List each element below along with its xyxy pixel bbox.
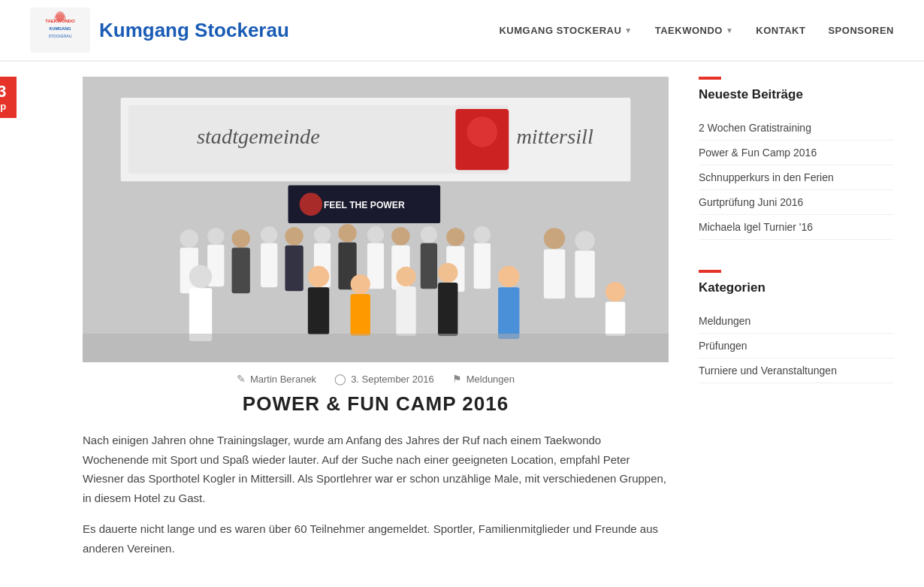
svg-point-39 bbox=[544, 228, 565, 249]
recent-post-link-4[interactable]: Gurtprüfung Juni 2016 bbox=[699, 196, 803, 208]
svg-point-49 bbox=[189, 265, 212, 288]
recent-post-link-5[interactable]: Michaela Igel Turnier '16 bbox=[699, 221, 813, 233]
svg-text:mittersill: mittersill bbox=[516, 125, 593, 148]
post-image-wrapper: stadtgemeinde mittersill FEEL THE POWER bbox=[83, 77, 669, 362]
svg-point-25 bbox=[314, 226, 331, 243]
svg-rect-50 bbox=[189, 288, 212, 341]
page-container: 03 Sep bbox=[0, 62, 924, 585]
category-link-2[interactable]: Prüfungen bbox=[699, 340, 747, 352]
site-logo: TAEKWONDO KUMGANG STOCKERAU bbox=[30, 8, 90, 53]
main-content: 03 Sep bbox=[30, 77, 669, 570]
svg-point-29 bbox=[367, 226, 384, 243]
post-category: ⚑ Meldungen bbox=[452, 373, 515, 385]
svg-text:FEEL THE POWER: FEEL THE POWER bbox=[324, 200, 405, 210]
svg-text:KUMGANG: KUMGANG bbox=[49, 26, 71, 31]
svg-rect-38 bbox=[474, 243, 491, 289]
post-content: Nach einigen Jahren ohne Trainingslager,… bbox=[83, 431, 669, 558]
svg-rect-54 bbox=[498, 287, 519, 339]
svg-rect-57 bbox=[83, 334, 669, 362]
post-title: POWER & FUN CAMP 2016 bbox=[83, 392, 669, 416]
sidebar-recent-heading: Neueste Beiträge bbox=[699, 87, 894, 102]
svg-rect-24 bbox=[285, 245, 303, 291]
svg-rect-40 bbox=[544, 250, 565, 299]
svg-point-27 bbox=[338, 224, 356, 242]
list-item: Gurtprüfung Juni 2016 bbox=[699, 190, 894, 215]
post-date: ◯ 3. September 2016 bbox=[334, 373, 434, 385]
nav-item-kumgang[interactable]: KUMGANG STOCKERAU ▼ bbox=[499, 25, 632, 36]
logo-area: TAEKWONDO KUMGANG STOCKERAU Kumgang Stoc… bbox=[30, 8, 289, 53]
sidebar-accent-categories bbox=[699, 270, 721, 273]
post-wrapper: 03 Sep bbox=[30, 77, 669, 570]
main-nav: KUMGANG STOCKERAU ▼ TAEKWONDO ▼ KONTAKT … bbox=[499, 25, 894, 36]
svg-point-31 bbox=[391, 227, 409, 245]
list-item: Prüfungen bbox=[699, 334, 894, 359]
list-item: Meldungen bbox=[699, 309, 894, 334]
sidebar-categories-heading: Kategorien bbox=[699, 280, 894, 295]
date-column: 03 Sep bbox=[30, 77, 83, 570]
svg-point-53 bbox=[498, 266, 519, 287]
sidebar-accent-recent bbox=[699, 77, 721, 80]
svg-point-17 bbox=[207, 228, 224, 244]
post-paragraph-2: Es dauerte nicht lange und es waren über… bbox=[83, 519, 669, 558]
date-badge: 03 Sep bbox=[0, 77, 17, 118]
svg-rect-46 bbox=[308, 287, 329, 334]
site-title[interactable]: Kumgang Stockerau bbox=[99, 19, 289, 42]
svg-point-43 bbox=[351, 274, 370, 294]
sidebar-recent-list: 2 Wochen Gratistraining Power & Fun Camp… bbox=[699, 116, 894, 240]
svg-text:stadtgemeinde: stadtgemeinde bbox=[197, 125, 320, 148]
svg-rect-48 bbox=[396, 286, 415, 336]
category-link-3[interactable]: Turniere und Veranstaltungen bbox=[699, 365, 837, 377]
svg-rect-20 bbox=[232, 247, 250, 293]
svg-rect-56 bbox=[438, 283, 457, 336]
sidebar: Neueste Beiträge 2 Wochen Gratistraining… bbox=[699, 77, 894, 570]
category-link-1[interactable]: Meldungen bbox=[699, 315, 750, 327]
svg-rect-42 bbox=[575, 251, 594, 298]
recent-post-link-1[interactable]: 2 Wochen Gratistraining bbox=[699, 122, 811, 134]
sidebar-categories: Kategorien Meldungen Prüfungen Turniere … bbox=[699, 270, 894, 383]
svg-point-37 bbox=[474, 226, 491, 243]
nav-item-kontakt[interactable]: KONTAKT bbox=[756, 25, 805, 36]
svg-point-55 bbox=[438, 263, 457, 283]
list-item: 2 Wochen Gratistraining bbox=[699, 116, 894, 141]
recent-post-link-2[interactable]: Power & Fun Camp 2016 bbox=[699, 147, 817, 159]
svg-point-41 bbox=[575, 231, 594, 250]
svg-rect-22 bbox=[261, 243, 277, 287]
svg-rect-34 bbox=[421, 243, 437, 289]
sidebar-recent-posts: Neueste Beiträge 2 Wochen Gratistraining… bbox=[699, 77, 894, 240]
svg-point-14 bbox=[300, 193, 322, 216]
list-item: Schnupperkurs in den Ferien bbox=[699, 165, 894, 190]
user-icon: ✎ bbox=[237, 373, 246, 385]
post-featured-image: stadtgemeinde mittersill FEEL THE POWER bbox=[83, 77, 669, 362]
svg-point-23 bbox=[285, 227, 303, 245]
chevron-down-icon: ▼ bbox=[726, 26, 733, 35]
nav-item-taekwondo[interactable]: TAEKWONDO ▼ bbox=[655, 25, 734, 36]
svg-rect-44 bbox=[351, 294, 370, 336]
post-meta: ✎ Martin Beranek ◯ 3. September 2016 ⚑ M… bbox=[83, 362, 669, 392]
svg-text:STOCKERAU: STOCKERAU bbox=[48, 34, 71, 38]
list-item: Power & Fun Camp 2016 bbox=[699, 141, 894, 165]
date-month: Sep bbox=[0, 101, 6, 112]
svg-point-15 bbox=[180, 229, 198, 247]
site-header: TAEKWONDO KUMGANG STOCKERAU Kumgang Stoc… bbox=[0, 0, 924, 61]
date-day: 03 bbox=[0, 83, 6, 101]
clock-icon: ◯ bbox=[334, 373, 346, 385]
svg-point-21 bbox=[261, 226, 277, 243]
bookmark-icon: ⚑ bbox=[452, 373, 462, 385]
svg-point-10 bbox=[467, 116, 498, 147]
svg-point-33 bbox=[421, 226, 437, 243]
svg-point-19 bbox=[232, 229, 250, 247]
svg-point-35 bbox=[446, 228, 464, 246]
recent-post-link-3[interactable]: Schnupperkurs in den Ferien bbox=[699, 171, 834, 183]
svg-rect-52 bbox=[605, 301, 625, 336]
list-item: Michaela Igel Turnier '16 bbox=[699, 215, 894, 240]
svg-point-45 bbox=[308, 266, 329, 287]
svg-point-51 bbox=[605, 282, 625, 301]
list-item: Turniere und Veranstaltungen bbox=[699, 359, 894, 383]
sidebar-category-list: Meldungen Prüfungen Turniere und Veranst… bbox=[699, 309, 894, 383]
chevron-down-icon: ▼ bbox=[624, 26, 632, 35]
svg-point-47 bbox=[396, 267, 415, 286]
post-body: stadtgemeinde mittersill FEEL THE POWER bbox=[83, 77, 669, 570]
nav-item-sponsoren[interactable]: SPONSOREN bbox=[828, 25, 894, 36]
post-author: ✎ Martin Beranek bbox=[237, 373, 316, 385]
post-paragraph-1: Nach einigen Jahren ohne Trainingslager,… bbox=[83, 431, 669, 507]
